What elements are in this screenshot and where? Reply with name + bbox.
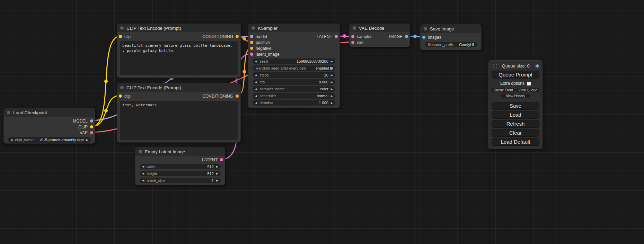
input-port-model[interactable]: [250, 35, 253, 38]
load-default-button[interactable]: Load Default: [492, 138, 539, 146]
clear-button[interactable]: Clear: [492, 129, 539, 137]
next-arrow-icon[interactable]: ▶: [331, 94, 333, 98]
node-title-bar[interactable]: Load Checkpoint: [4, 108, 95, 117]
view-queue-button[interactable]: View Queue: [516, 88, 539, 92]
input-port-samples[interactable]: [351, 35, 354, 38]
node-title-bar[interactable]: Empty Latent Image: [135, 147, 225, 156]
prev-arrow-icon[interactable]: ◀: [142, 172, 144, 175]
output-port-conditioning[interactable]: [236, 94, 239, 98]
save-button[interactable]: Save: [492, 102, 539, 110]
cfg-widget[interactable]: ◀ cfg 8.000 ▶: [253, 79, 335, 85]
prev-arrow-icon[interactable]: ◀: [142, 179, 144, 182]
batch-size-widget[interactable]: ◀ batch_size 1 ▶: [140, 178, 221, 183]
collapse-dot-icon[interactable]: [252, 26, 255, 30]
toggle-knob-icon[interactable]: [330, 67, 333, 70]
input-port-negative[interactable]: [250, 47, 253, 50]
node-load-checkpoint[interactable]: Load Checkpoint MODEL CLIP VAE: [3, 108, 95, 144]
filename-prefix-widget[interactable]: filename_prefix ComfyUI: [425, 42, 477, 47]
input-port-latent-image[interactable]: [250, 53, 253, 56]
node-clip-text-encode-positive[interactable]: CLIP Text Encode (Prompt) clip CONDITION…: [117, 24, 241, 78]
positive-prompt-textarea[interactable]: beautiful scenery nature glass bottle la…: [120, 41, 238, 75]
output-port-clip[interactable]: [90, 125, 93, 128]
next-arrow-icon[interactable]: ▶: [331, 88, 333, 91]
output-port-vae[interactable]: [90, 131, 93, 134]
prev-arrow-icon[interactable]: ◀: [142, 165, 144, 168]
node-save-image[interactable]: Save Image images filename_prefix ComfyU…: [420, 24, 482, 50]
node-title-bar[interactable]: Save Image: [421, 25, 481, 33]
view-history-button[interactable]: View History: [501, 94, 530, 98]
collapse-dot-icon[interactable]: [139, 150, 142, 153]
output-label-model: MODEL: [73, 119, 88, 124]
input-port-positive[interactable]: [250, 41, 253, 44]
prev-arrow-icon[interactable]: ◀: [255, 101, 257, 105]
collapse-dot-icon[interactable]: [120, 26, 124, 30]
node-clip-text-encode-negative[interactable]: CLIP Text Encode (Prompt) clip CONDITION…: [117, 83, 241, 143]
queue-prompt-button[interactable]: Queue Prompt: [492, 71, 539, 79]
widget-value: 8.000: [319, 80, 328, 84]
next-arrow-icon[interactable]: ▶: [216, 172, 218, 175]
output-port-latent[interactable]: [220, 158, 223, 161]
output-port-latent[interactable]: [335, 35, 338, 38]
seed-widget[interactable]: ◀ seed 156680208700286 ▶: [253, 58, 335, 64]
random-seed-toggle-widget[interactable]: Random seed after every gen enabled: [253, 65, 335, 71]
height-widget[interactable]: ◀ height 512 ▶: [140, 171, 221, 176]
collapse-dot-icon[interactable]: [120, 86, 124, 89]
node-title-label: VAE Decode: [359, 26, 384, 31]
widget-value: euler: [320, 87, 328, 91]
widget-label: cfg: [259, 80, 265, 84]
settings-gear-icon[interactable]: ✱: [535, 63, 539, 69]
steps-widget[interactable]: ◀ steps 20 ▶: [253, 72, 335, 78]
width-widget[interactable]: ◀ width 512 ▶: [140, 164, 221, 169]
input-port-clip[interactable]: [119, 35, 122, 38]
node-title-bar[interactable]: CLIP Text Encode (Prompt): [117, 83, 240, 92]
next-arrow-icon[interactable]: ▶: [216, 165, 218, 168]
refresh-button[interactable]: Refresh: [492, 120, 539, 128]
prev-arrow-icon[interactable]: ◀: [255, 94, 257, 98]
collapse-dot-icon[interactable]: [424, 27, 427, 30]
next-arrow-icon[interactable]: ▶: [86, 138, 88, 142]
node-title-bar[interactable]: KSampler: [248, 24, 339, 32]
node-ksampler[interactable]: KSampler model LATENT positive: [248, 24, 340, 108]
next-arrow-icon[interactable]: ▶: [331, 81, 333, 84]
widget-value: enabled: [316, 66, 329, 70]
queue-front-button[interactable]: Queue Front: [492, 88, 515, 92]
input-label-vae: vae: [357, 40, 363, 45]
output-label-vae: VAE: [80, 130, 88, 135]
next-arrow-icon[interactable]: ▶: [331, 60, 333, 63]
output-port-model[interactable]: [90, 119, 93, 123]
wire-image-midpoint-dot: [413, 35, 417, 38]
sampler-name-widget[interactable]: ◀ sampler_name euler ▶: [253, 86, 335, 92]
ckpt-name-widget[interactable]: ◀ ckpt_name v1-5-pruned-emaonly.ckpt ▶: [8, 137, 91, 143]
next-arrow-icon[interactable]: ▶: [331, 101, 333, 105]
prev-arrow-icon[interactable]: ◀: [255, 81, 257, 84]
output-port-image[interactable]: [405, 35, 408, 38]
prev-arrow-icon[interactable]: ◀: [255, 74, 257, 77]
input-port-images[interactable]: [422, 36, 425, 39]
prev-arrow-icon[interactable]: ◀: [255, 88, 257, 91]
node-vae-decode[interactable]: VAE Decode samples IMAGE vae: [349, 24, 410, 47]
drag-handle-icon[interactable]: ⋮⋮: [492, 64, 496, 68]
load-button[interactable]: Load: [492, 111, 539, 119]
input-port-clip[interactable]: [119, 94, 122, 98]
node-empty-latent-image[interactable]: Empty Latent Image LATENT ◀ width 512 ▶ …: [135, 147, 225, 185]
collapse-dot-icon[interactable]: [353, 26, 356, 30]
node-graph-canvas[interactable]: Load Checkpoint MODEL CLIP VAE: [0, 0, 644, 244]
node-title-label: Empty Latent Image: [145, 149, 185, 154]
next-arrow-icon[interactable]: ▶: [216, 179, 218, 182]
extra-options-checkbox[interactable]: [527, 82, 531, 85]
output-label-clip: CLIP: [78, 125, 88, 129]
output-port-conditioning[interactable]: [236, 35, 239, 38]
widget-label: width: [147, 165, 156, 169]
prev-arrow-icon[interactable]: ◀: [10, 138, 12, 142]
input-label-negative: negative: [256, 46, 271, 51]
negative-prompt-textarea[interactable]: text, watermark: [120, 101, 238, 140]
scheduler-widget[interactable]: ◀ scheduler normal ▶: [253, 93, 335, 99]
denoise-widget[interactable]: ◀ denoise 1.000 ▶: [253, 100, 335, 106]
node-title-bar[interactable]: CLIP Text Encode (Prompt): [117, 24, 240, 32]
node-title-label: CLIP Text Encode (Prompt): [126, 85, 181, 90]
node-title-bar[interactable]: VAE Decode: [350, 24, 410, 32]
input-port-vae[interactable]: [351, 41, 354, 44]
prev-arrow-icon[interactable]: ◀: [255, 60, 257, 63]
next-arrow-icon[interactable]: ▶: [331, 74, 333, 77]
collapse-dot-icon[interactable]: [7, 111, 10, 114]
